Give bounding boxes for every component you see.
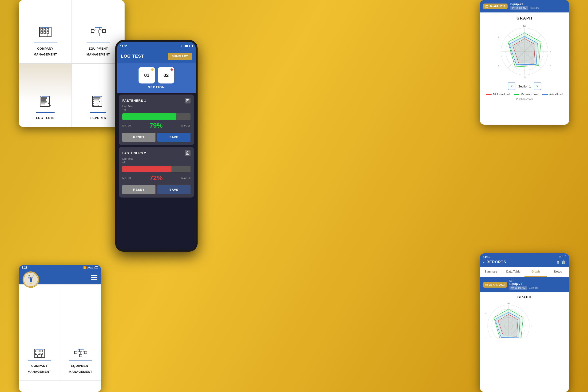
svg-rect-2: [44, 28, 46, 30]
valley-signal: 📶 100%: [83, 266, 93, 269]
hamburger-line-3: [91, 279, 97, 280]
menu-cell-log-tests[interactable]: LOG TESTS: [19, 64, 72, 127]
fastener-2-reset-button[interactable]: RESET: [122, 185, 156, 194]
reports-bottom-graph-area: GRAPH 120 2 8 6: [480, 292, 569, 341]
fastener-2-min: Min: 80: [122, 176, 131, 180]
reports-bottom-time-badge: 11:08 AM: [510, 286, 527, 290]
reports-back-btn[interactable]: ‹: [483, 260, 484, 265]
date-badge: 26 APR 2023: [483, 4, 508, 9]
reports-tabs: Summary Data Table Graph Notes: [480, 267, 569, 277]
reports-bottom-date-text: 26 APR 2023: [489, 283, 505, 286]
wifi-icon: [184, 45, 188, 47]
equip-name: Equip-77: [510, 2, 539, 6]
reports-bottom-title: REPORTS: [486, 260, 554, 264]
fastener-1-reset-button[interactable]: RESET: [122, 133, 156, 142]
hamburger-menu[interactable]: [91, 275, 97, 280]
reports-share-btn[interactable]: ⬆: [556, 260, 560, 265]
fastener-2-clipboard-icon: [185, 150, 190, 156]
fastener-2-save-button[interactable]: SAVE: [157, 185, 190, 194]
legend-min-load-label: Minimum Load: [493, 93, 510, 96]
fastener-1-title: FASTENERS 1: [122, 99, 146, 102]
legend-max-load-line: [514, 94, 519, 95]
reports-bottom-equip-type: Cylinder: [529, 286, 538, 289]
valley-company-icon: [31, 347, 48, 360]
section-tabs: 01 02: [138, 67, 174, 84]
reports-bottom-equip-num: 567: [510, 279, 538, 282]
svg-rect-26: [94, 99, 99, 100]
valley-company-label-container: COMPANY MANAGEMENT: [28, 360, 51, 376]
valley-logo-svg: VALLEY FORGE 1974: [23, 271, 38, 288]
valley-equipment-cell[interactable]: EQUIPMENT MANAGEMENT: [60, 284, 101, 381]
reports-bottom-status-icons: ✳: [559, 255, 566, 259]
equip-type: Cylinder: [530, 6, 539, 10]
svg-rect-20: [41, 101, 46, 102]
section-tab-02[interactable]: 02: [158, 67, 174, 84]
svg-rect-1: [41, 28, 42, 30]
valley-equipment-label-container: EQUIPMENT MANAGEMENT: [69, 360, 92, 376]
summary-button[interactable]: SUMMARY: [168, 53, 192, 60]
battery-icon: [189, 45, 193, 47]
log-tests-icon: [36, 94, 55, 108]
svg-rect-31: [186, 100, 189, 102]
hamburger-line-2: [91, 277, 97, 278]
svg-rect-70: [34, 349, 45, 358]
section-tab-01[interactable]: 01: [138, 67, 155, 84]
svg-rect-74: [35, 353, 37, 354]
svg-rect-27: [94, 101, 100, 102]
svg-rect-67: [30, 279, 32, 282]
svg-text:8: 8: [498, 36, 499, 38]
reports-bottom-title-row: ‹ REPORTS ⬆ 🗑: [483, 260, 566, 267]
section-nav-prev[interactable]: <: [508, 82, 515, 90]
graph-legend: Minimum Load Maximum Load Actual Load: [484, 93, 566, 96]
svg-rect-0: [40, 27, 51, 37]
svg-rect-82: [79, 354, 82, 357]
svg-rect-36: [187, 152, 188, 152]
calendar-icon: [486, 5, 488, 8]
log-tests-label: LOG TESTS: [36, 116, 54, 122]
valley-company-cell[interactable]: COMPANY MANAGEMENT: [19, 284, 60, 381]
svg-text:6: 6: [485, 338, 486, 338]
svg-text:1974: 1974: [30, 283, 32, 284]
svg-rect-35: [186, 152, 189, 154]
svg-rect-75: [38, 353, 40, 354]
reports-calendar-icon: [486, 284, 488, 286]
svg-rect-19: [41, 100, 46, 100]
legend-min-load-line: [486, 94, 492, 95]
svg-rect-39: [486, 6, 488, 8]
reports-bottom-time-text: 11:08 AM: [514, 286, 526, 289]
svg-rect-76: [41, 353, 42, 354]
reports-top-info-bar: 26 APR 2023 Equip-77 11:08 AM Cylinder: [480, 0, 569, 12]
svg-line-45: [514, 8, 514, 8]
section-nav-label: Section 1: [518, 85, 531, 88]
svg-rect-29: [94, 105, 98, 106]
valley-logo-area: VALLEY FORGE 1974: [22, 269, 39, 286]
valley-company-label-1: COMPANY: [28, 364, 51, 370]
menu-cell-company[interactable]: COMPANY MANAGEMENT: [19, 0, 72, 64]
section-nav-next[interactable]: >: [534, 82, 541, 90]
fastener-1-save-button[interactable]: SAVE: [157, 133, 190, 142]
report-entry-card: 26 APR 2023 567 Equip-77 11:08 AM Cylind…: [480, 277, 569, 292]
reports-bottom-time: 11:13: [483, 256, 490, 259]
reports-delete-btn[interactable]: 🗑: [562, 260, 566, 265]
reports-tab-data-table[interactable]: Data Table: [502, 267, 524, 277]
clock-icon: [512, 7, 514, 9]
reports-tab-notes[interactable]: Notes: [547, 267, 569, 277]
equipment-label: EQUIPMENT: [86, 47, 110, 53]
svg-rect-80: [79, 349, 82, 352]
phone-log-test: 11:11 ✳ LOG TEST SUMMARY 01 02: [115, 40, 198, 252]
svg-line-84: [82, 350, 84, 352]
company-label-2: MANAGEMENT: [34, 53, 57, 58]
svg-rect-5: [44, 32, 46, 34]
graph-title: GRAPH: [484, 16, 566, 20]
reports-battery-icon: [562, 255, 566, 257]
fastener-2-last-test-value: –%: [122, 160, 190, 164]
svg-rect-72: [38, 350, 40, 352]
company-label: COMPANY: [34, 47, 57, 53]
svg-rect-3: [47, 28, 49, 30]
reports-tab-summary[interactable]: Summary: [480, 267, 502, 277]
fastener-1-clipboard-icon: [185, 98, 190, 104]
reports-tab-graph[interactable]: Graph: [524, 267, 547, 277]
reports-label-container: REPORTS: [90, 112, 106, 122]
reports-bottom-time-row: 11:08 AM Cylinder: [510, 286, 538, 290]
company-label-container: COMPANY MANAGEMENT: [34, 42, 57, 58]
